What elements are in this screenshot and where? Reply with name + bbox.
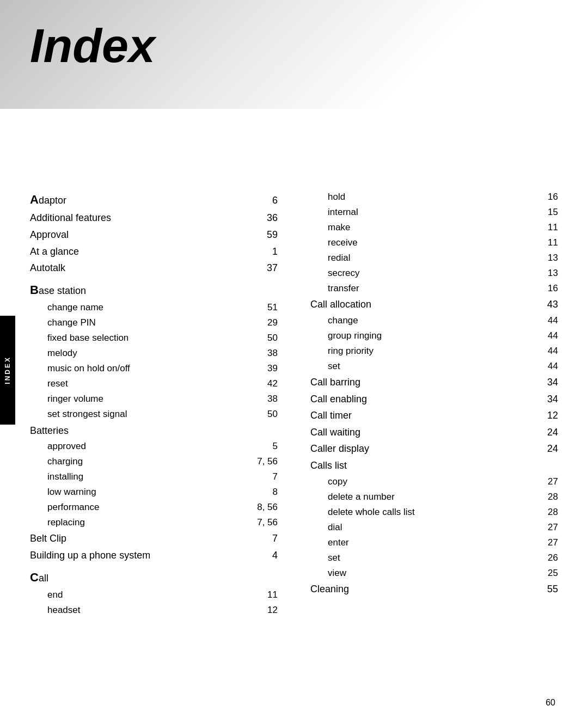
- page-reference: 28: [531, 489, 558, 505]
- entry-label: melody: [47, 346, 77, 361]
- page-reference: 44: [531, 313, 558, 328]
- index-entry-sub: low warning8: [30, 484, 278, 500]
- page-reference: 38: [250, 346, 278, 361]
- page-reference: 7: [250, 530, 278, 547]
- title-area: Index: [0, 0, 588, 70]
- index-entry-sub: headset12: [30, 603, 278, 618]
- entry-label: group ringing: [328, 328, 382, 343]
- page-reference: 44: [531, 343, 558, 359]
- page-title: Index: [30, 22, 588, 70]
- page-reference: 16: [531, 189, 558, 205]
- page-reference: 24: [531, 424, 558, 441]
- big-letter: A: [30, 193, 39, 206]
- index-entry-sub: change44: [310, 313, 558, 328]
- big-letter: B: [30, 283, 39, 297]
- entry-label: music on hold on/off: [47, 361, 130, 376]
- index-entry-sub: group ringing44: [310, 328, 558, 343]
- index-entry-main: Call barring34: [310, 374, 558, 391]
- entry-label: set: [328, 359, 340, 374]
- page-reference: 44: [531, 328, 558, 343]
- entry-label: approved: [47, 439, 86, 454]
- page-reference: 8: [250, 484, 278, 500]
- index-entry-sub: music on hold on/off39: [30, 361, 278, 376]
- entry-label: Batteries: [30, 422, 69, 439]
- index-entry-sub: view25: [310, 566, 558, 581]
- page-reference: 37: [250, 260, 278, 277]
- entry-label: hold: [328, 189, 345, 205]
- index-entry-main: Adaptor6: [30, 189, 278, 210]
- entry-label: fixed base selection: [47, 330, 128, 346]
- page-reference: 15: [531, 205, 558, 220]
- entry-label: ringer volume: [47, 391, 103, 407]
- big-letter: C: [30, 570, 39, 584]
- entry-label: Belt Clip: [30, 530, 66, 547]
- index-entry-main: Belt Clip7: [30, 530, 278, 547]
- page-reference: 11: [531, 220, 558, 235]
- entry-label: Call allocation: [310, 296, 371, 313]
- entry-label: installing: [47, 469, 83, 484]
- page-reference: 51: [250, 300, 278, 315]
- entry-label: performance: [47, 500, 99, 515]
- index-entry-main: Call waiting24: [310, 424, 558, 441]
- page-reference: 4: [250, 547, 278, 564]
- index-entry-sub: ring priority44: [310, 343, 558, 359]
- entry-label: Call waiting: [310, 424, 360, 441]
- index-entry-sub: transfer16: [310, 281, 558, 296]
- entry-label: Approval: [30, 226, 69, 243]
- index-entry-main: Call timer12: [310, 407, 558, 424]
- index-entry-sub: set26: [310, 550, 558, 566]
- entry-label: copy: [328, 474, 347, 489]
- entry-label: make: [328, 220, 351, 235]
- entry-label: Additional features: [30, 210, 111, 226]
- index-entry-sub: copy27: [310, 474, 558, 489]
- entry-label: reset: [47, 376, 68, 391]
- page-reference: 16: [531, 281, 558, 296]
- entry-label: view: [328, 566, 346, 581]
- page-reference: 34: [531, 391, 558, 408]
- entry-label: redial: [328, 250, 351, 266]
- index-entry-main: Additional features36: [30, 210, 278, 226]
- index-entry-main: Caller display24: [310, 440, 558, 457]
- page-number: 60: [546, 698, 555, 708]
- page-reference: 5: [250, 439, 278, 454]
- index-entry-sub: reset42: [30, 376, 278, 391]
- index-entry-sub: delete a number28: [310, 489, 558, 505]
- index-entry-sub: replacing7, 56: [30, 515, 278, 530]
- page-reference: 59: [250, 226, 278, 243]
- index-entry-sub: redial13: [310, 250, 558, 266]
- index-entry-main: Base station: [30, 280, 278, 300]
- entry-label: internal: [328, 205, 358, 220]
- page-reference: 28: [531, 505, 558, 520]
- index-entry-main: Batteries: [30, 422, 278, 439]
- entry-label: Call enabling: [310, 391, 367, 408]
- entry-label: Building up a phone system: [30, 547, 150, 564]
- page-reference: 1: [250, 243, 278, 260]
- page-reference: 42: [250, 376, 278, 391]
- page-reference: 50: [250, 330, 278, 346]
- page-reference: 27: [531, 474, 558, 489]
- entry-label: dial: [328, 520, 342, 535]
- page-reference: 27: [531, 535, 558, 550]
- index-entry-sub: end11: [30, 587, 278, 603]
- index-entry-sub: performance8, 56: [30, 500, 278, 515]
- entry-label: transfer: [328, 281, 359, 296]
- index-entry-sub: make11: [310, 220, 558, 235]
- page-reference: 11: [531, 235, 558, 250]
- index-entry-sub: enter27: [310, 535, 558, 550]
- entry-label: Autotalk: [30, 260, 65, 277]
- page-reference: 50: [250, 407, 278, 422]
- index-entry-main: At a glance1: [30, 243, 278, 260]
- entry-label: Call: [30, 567, 48, 587]
- page-reference: 11: [250, 587, 278, 603]
- index-entry-main: Building up a phone system4: [30, 547, 278, 564]
- index-entry-sub: change PIN29: [30, 315, 278, 330]
- index-entry-sub: change name51: [30, 300, 278, 315]
- page-reference: 12: [531, 407, 558, 424]
- entry-label: low warning: [47, 484, 96, 500]
- index-entry-main: Call: [30, 567, 278, 587]
- index-entry-sub: ringer volume38: [30, 391, 278, 407]
- entry-label: secrecy: [328, 266, 360, 281]
- index-entry-main: Approval59: [30, 226, 278, 243]
- entry-label: ring priority: [328, 343, 373, 359]
- entry-label: Base station: [30, 280, 86, 300]
